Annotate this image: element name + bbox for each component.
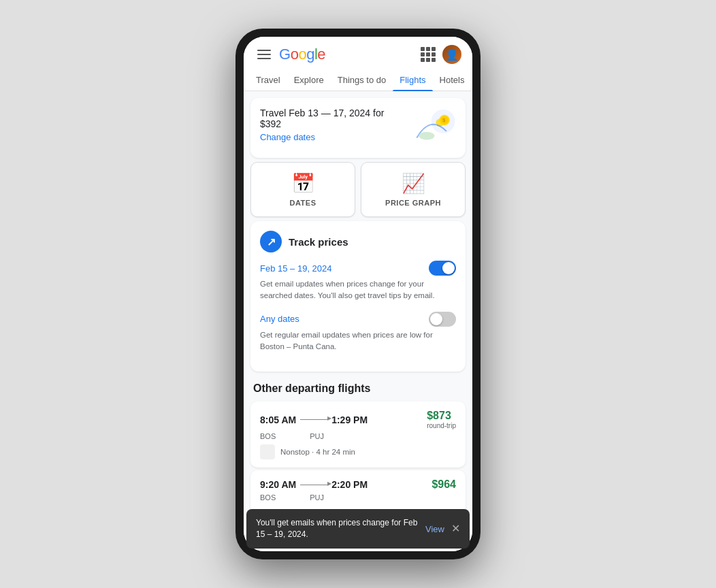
header-left: Google bbox=[255, 46, 325, 63]
tab-travel[interactable]: Travel bbox=[249, 69, 287, 91]
specific-dates-desc: Get email updates when prices change for… bbox=[260, 278, 456, 302]
tab-flights[interactable]: Flights bbox=[393, 69, 432, 91]
view-options-row: 📅 DATES 📈 PRICE GRAPH bbox=[250, 162, 466, 217]
calendar-icon: 📅 bbox=[291, 172, 315, 195]
flight-price-2: $964 bbox=[432, 478, 456, 491]
any-dates-toggle[interactable] bbox=[429, 312, 456, 327]
price-graph-label: PRICE GRAPH bbox=[385, 199, 441, 207]
track-prices-icon: ↗ bbox=[260, 231, 282, 252]
price-type-1: round-trip bbox=[427, 422, 456, 429]
snackbar-close-button[interactable]: ✕ bbox=[451, 523, 460, 534]
phone-frame: Google 👤 bbox=[235, 29, 481, 559]
flight-arrow-2 bbox=[300, 485, 327, 485]
flight-card-1[interactable]: 8:05 AM 1:29 PM $873 round-trip BOS PUJ … bbox=[250, 402, 466, 468]
travel-card: Travel Feb 13 — 17, 2024 for $392 Change… bbox=[250, 98, 466, 158]
track-any-dates: Any dates Get regular email updates when… bbox=[260, 312, 456, 353]
phone-screen: Google 👤 bbox=[244, 37, 472, 551]
airport-to-1: PUJ bbox=[310, 432, 324, 440]
flight-arrow-1 bbox=[300, 419, 327, 420]
main-content: Travel Feb 13 — 17, 2024 for $392 Change… bbox=[244, 91, 472, 551]
dates-button[interactable]: 📅 DATES bbox=[250, 162, 355, 217]
chart-icon: 📈 bbox=[402, 172, 425, 195]
track-prices-title: Track prices bbox=[289, 236, 348, 248]
dates-label: DATES bbox=[290, 199, 316, 207]
specific-dates-label: Feb 15 – 19, 2024 bbox=[260, 263, 332, 274]
any-dates-desc: Get regular email updates when prices ar… bbox=[260, 329, 456, 353]
depart-time-1: 8:05 AM bbox=[260, 414, 296, 425]
airport-from-2: BOS bbox=[260, 493, 276, 502]
airport-from-1: BOS bbox=[260, 432, 276, 440]
flight-price-1: $873 bbox=[427, 410, 456, 422]
arrive-time-1: 1:29 PM bbox=[331, 414, 368, 425]
snackbar-view-button[interactable]: View bbox=[425, 524, 444, 534]
tab-hotels[interactable]: Hotels bbox=[433, 69, 472, 91]
specific-dates-toggle[interactable] bbox=[429, 261, 456, 276]
svg-text:$: $ bbox=[442, 117, 446, 123]
travel-illustration: $ bbox=[404, 108, 456, 148]
user-avatar[interactable]: 👤 bbox=[442, 45, 461, 64]
other-flights-title: Other departing flights bbox=[244, 376, 472, 399]
header: Google 👤 bbox=[244, 37, 472, 69]
snackbar: You'll get emails when prices change for… bbox=[246, 509, 470, 549]
flight-detail-1: Nonstop · 4 hr 24 min bbox=[280, 448, 355, 456]
nav-tabs: Travel Explore Things to do Flights Hote… bbox=[244, 69, 472, 91]
apps-icon[interactable] bbox=[421, 47, 436, 62]
svg-point-3 bbox=[419, 132, 434, 140]
flight-card-2[interactable]: 9:20 AM 2:20 PM $964 BOS PUJ bbox=[250, 470, 466, 514]
depart-time-2: 9:20 AM bbox=[260, 479, 296, 490]
header-right: 👤 bbox=[421, 45, 461, 64]
google-logo: Google bbox=[279, 46, 325, 63]
track-specific-dates: Feb 15 – 19, 2024 Get email updates when… bbox=[260, 261, 456, 302]
hamburger-icon[interactable] bbox=[255, 47, 274, 62]
airport-to-2: PUJ bbox=[310, 493, 324, 502]
price-graph-button[interactable]: 📈 PRICE GRAPH bbox=[361, 162, 466, 217]
tab-things-to-do[interactable]: Things to do bbox=[331, 69, 393, 91]
travel-dates: Travel Feb 13 — 17, 2024 for $392 bbox=[260, 108, 404, 129]
change-dates-link[interactable]: Change dates bbox=[260, 132, 404, 142]
any-dates-label: Any dates bbox=[260, 314, 299, 324]
track-prices-card: ↗ Track prices Feb 15 – 19, 2024 Get ema… bbox=[250, 221, 466, 372]
tab-explore[interactable]: Explore bbox=[287, 69, 331, 91]
snackbar-text: You'll get emails when prices change for… bbox=[256, 517, 425, 540]
airline-logo-1 bbox=[260, 444, 275, 459]
arrive-time-2: 2:20 PM bbox=[331, 479, 368, 490]
